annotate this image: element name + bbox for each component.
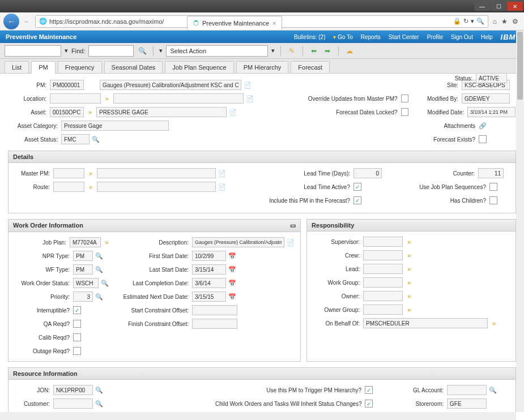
inherit-checkbox[interactable] — [365, 400, 373, 408]
next-record-icon[interactable]: ➡ — [322, 46, 333, 56]
lookup-icon[interactable]: » — [405, 292, 413, 300]
reports-link[interactable]: Reports — [361, 34, 381, 40]
location-field[interactable] — [50, 93, 101, 104]
asset-field[interactable] — [50, 107, 84, 117]
owner-grp-field[interactable] — [363, 305, 403, 315]
behalf-field[interactable] — [363, 318, 488, 328]
outage-checkbox[interactable] — [73, 347, 81, 355]
owner-field[interactable] — [363, 291, 403, 301]
calendar-icon[interactable]: 📅 — [228, 265, 236, 273]
horizontal-scrollbar[interactable] — [0, 412, 516, 420]
est-next-field[interactable] — [192, 292, 226, 302]
lead-active-checkbox[interactable] — [353, 183, 361, 191]
wf-field[interactable] — [73, 264, 93, 275]
select-action-menu[interactable] — [166, 45, 268, 57]
lookup-icon[interactable]: » — [405, 306, 413, 314]
use-jp-checkbox[interactable] — [489, 183, 497, 191]
home-icon[interactable]: ⌂ — [493, 18, 497, 25]
moddate-field[interactable] — [467, 107, 516, 117]
lookup-icon[interactable]: » — [86, 108, 94, 116]
forward-button[interactable]: → — [22, 17, 31, 26]
long-desc-icon[interactable]: 📄 — [246, 95, 254, 102]
master-pm-desc[interactable] — [97, 168, 216, 178]
minimize-icon[interactable]: ▭ — [290, 222, 296, 229]
wo-status-field[interactable] — [73, 278, 99, 288]
last-comp-field[interactable] — [192, 278, 226, 288]
window-minimize-button[interactable]: — — [474, 2, 490, 11]
pm-field[interactable] — [50, 80, 84, 90]
search-icon[interactable]: 🔍 — [92, 135, 100, 143]
npr-field[interactable] — [73, 251, 93, 261]
browser-tab[interactable]: Preventive Maintenance × — [187, 16, 282, 29]
help-link[interactable]: Help — [481, 34, 493, 40]
supervisor-field[interactable] — [363, 237, 403, 247]
cloud-icon[interactable]: ☁ — [344, 46, 355, 56]
edit-icon[interactable]: ✎ — [287, 46, 297, 56]
trigger-checkbox[interactable] — [365, 386, 373, 394]
asset-status-field[interactable] — [61, 134, 90, 144]
bulletins-link[interactable]: Bulletins: (2) — [294, 34, 326, 40]
calendar-icon[interactable]: 📅 — [228, 293, 236, 301]
route-field[interactable] — [53, 182, 84, 192]
attachments-icon[interactable]: 🔗 — [479, 122, 487, 130]
tab-job-plan-sequence[interactable]: Job Plan Sequence — [165, 61, 233, 73]
dropdown-icon[interactable]: ▾ — [471, 18, 474, 25]
search-icon[interactable]: 🔍 — [95, 400, 103, 408]
tab-frequency[interactable]: Frequency — [58, 61, 102, 73]
tab-pm-hierarchy[interactable]: PM Hierarchy — [236, 61, 289, 73]
job-plan-field[interactable] — [70, 237, 101, 247]
find-input[interactable] — [88, 45, 134, 57]
lookup-icon[interactable]: » — [103, 238, 110, 246]
override-checkbox[interactable] — [401, 95, 408, 102]
lookup-icon[interactable]: » — [103, 95, 111, 102]
search-icon[interactable]: 🔍 — [95, 386, 103, 394]
window-close-button[interactable]: ✕ — [507, 2, 523, 11]
search-icon[interactable]: 🔍 — [95, 252, 103, 260]
customer-field[interactable] — [53, 398, 93, 409]
qa-checkbox[interactable] — [73, 320, 81, 328]
long-desc-icon[interactable]: 📄 — [244, 81, 252, 89]
gl-field[interactable] — [447, 385, 487, 395]
lookup-icon[interactable]: » — [87, 183, 95, 191]
search-icon[interactable]: 🔍 — [95, 265, 103, 273]
tab-pm[interactable]: PM — [31, 61, 56, 74]
long-desc-icon[interactable]: 📄 — [287, 238, 295, 246]
master-pm-field[interactable] — [53, 168, 84, 178]
search-icon[interactable]: 🔍 — [476, 18, 484, 25]
lookup-icon[interactable]: » — [490, 319, 498, 327]
lookup-icon[interactable]: » — [405, 265, 413, 273]
back-button[interactable]: ← — [3, 14, 19, 29]
lookup-icon[interactable]: » — [405, 251, 413, 259]
start-center-link[interactable]: Start Center — [389, 34, 419, 40]
quick-select-dropdown-icon[interactable]: ▾ — [65, 47, 68, 54]
storeroom-field[interactable] — [447, 398, 487, 409]
search-icon[interactable]: 🔍 — [489, 386, 497, 394]
lookup-icon[interactable]: » — [405, 238, 413, 246]
calendar-icon[interactable]: 📅 — [228, 252, 236, 260]
wg-field[interactable] — [363, 277, 403, 288]
forecast-locked-checkbox[interactable] — [401, 108, 408, 116]
pm-desc-field[interactable] — [100, 80, 241, 90]
location-desc-field[interactable] — [113, 93, 244, 104]
counter-field[interactable] — [478, 168, 504, 178]
route-desc[interactable] — [97, 182, 216, 192]
tab-list[interactable]: List — [5, 61, 29, 73]
modby-field[interactable] — [462, 93, 510, 104]
profile-link[interactable]: Profile — [427, 34, 443, 40]
long-desc-icon[interactable]: 📄 — [218, 183, 226, 191]
tab-seasonal-dates[interactable]: Seasonal Dates — [104, 61, 163, 73]
search-icon[interactable]: 🔍 — [95, 293, 103, 301]
last-start-field[interactable] — [192, 264, 226, 275]
long-desc-icon[interactable]: 📄 — [229, 108, 237, 116]
status-field[interactable] — [476, 73, 507, 83]
settings-gear-icon[interactable]: ⚙ — [512, 18, 518, 25]
lead-time-field[interactable] — [353, 168, 382, 178]
quick-select[interactable] — [5, 45, 61, 57]
asset-desc-field[interactable] — [96, 107, 227, 117]
action-dropdown-icon[interactable]: ▾ — [159, 47, 163, 54]
action-menu-chevron-icon[interactable]: ▾ — [271, 47, 275, 54]
calendar-icon[interactable]: 📅 — [228, 279, 236, 287]
crew-field[interactable] — [363, 250, 403, 260]
asset-cat-field[interactable] — [61, 121, 169, 131]
wo-desc-field[interactable] — [192, 237, 284, 247]
